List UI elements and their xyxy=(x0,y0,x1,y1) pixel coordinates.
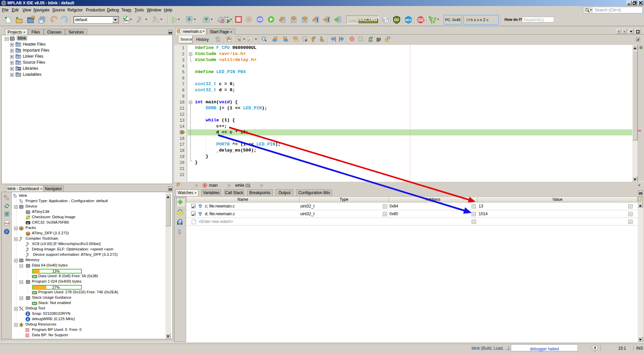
svg-text:4: 4 xyxy=(594,346,596,350)
svg-text:PDF: PDF xyxy=(5,222,9,225)
svg-text:MPLAB: MPLAB xyxy=(418,18,424,20)
svg-text:32: 32 xyxy=(26,222,29,225)
svg-text:C: C xyxy=(178,183,179,186)
svg-text:DV: DV xyxy=(394,18,399,22)
svg-text:C: C xyxy=(386,39,388,42)
svg-text:C: C xyxy=(178,30,179,33)
svg-text:MCC: MCC xyxy=(406,18,412,22)
svg-text:h: h xyxy=(388,37,390,40)
svg-text:?: ? xyxy=(6,230,7,234)
svg-text:DISCOVER: DISCOVER xyxy=(418,20,425,21)
